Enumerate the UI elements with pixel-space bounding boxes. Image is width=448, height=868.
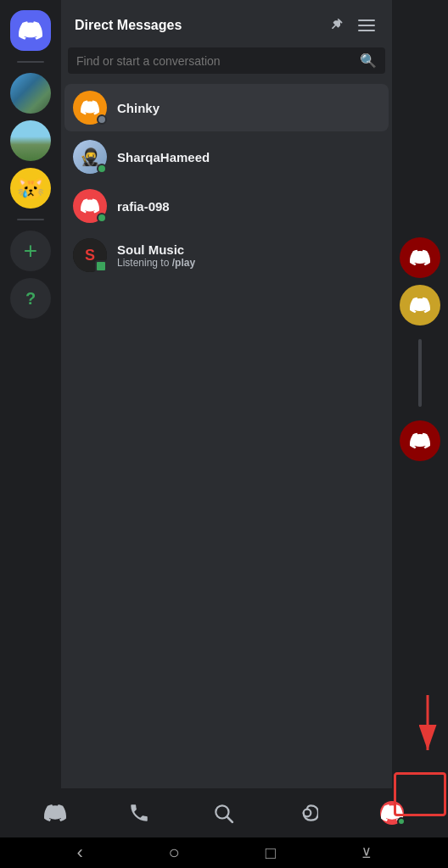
dm-avatar-wrapper-chinky xyxy=(73,91,107,125)
right-server-icon-2[interactable] xyxy=(400,285,440,326)
system-bar: ‹ ○ □ ⊻ xyxy=(0,837,448,868)
server-icon-emoji[interactable]: 😿 xyxy=(10,168,51,209)
right-server-icon-3[interactable] xyxy=(400,420,440,461)
nav-item-home[interactable] xyxy=(34,798,76,827)
dm-info-soul: Soul Music Listening to /play xyxy=(117,242,380,269)
dm-name-sharqa: SharqaHameed xyxy=(117,150,380,164)
nav-item-mentions[interactable] xyxy=(286,798,328,827)
status-dot-sharqa xyxy=(97,164,107,174)
search-icon: 🔍 xyxy=(360,53,377,69)
slash-cmd: /play xyxy=(172,257,195,269)
nav-avatar-wrapper xyxy=(380,801,404,825)
dm-sub-soul: Listening to /play xyxy=(117,257,380,269)
dm-avatar-wrapper-sharqa: 🥷 xyxy=(73,140,107,174)
dm-item-sharqa[interactable]: 🥷 SharqaHameed xyxy=(64,133,389,181)
add-server-button[interactable]: + xyxy=(10,231,51,271)
right-servers-panel xyxy=(392,0,448,788)
dm-header-icons xyxy=(324,14,378,37)
dm-panel-header: Direct Messages xyxy=(61,0,392,47)
menu-button[interactable]: ⊻ xyxy=(361,845,372,861)
discord-nav-icon xyxy=(44,802,66,824)
dm-item-rafia[interactable]: rafia-098 xyxy=(64,182,389,230)
server-sidebar: 😿 + ? xyxy=(0,0,61,788)
dm-panel-title: Direct Messages xyxy=(75,18,182,33)
nav-item-search[interactable] xyxy=(202,798,244,827)
right-server-icon-1[interactable] xyxy=(400,237,440,278)
back-button[interactable]: ‹ xyxy=(76,842,82,864)
hamburger-icon xyxy=(358,19,375,31)
nav-item-profile[interactable] xyxy=(370,798,414,828)
hamburger-menu-button[interactable] xyxy=(355,14,378,37)
dm-panel: Direct Messages 🔍 xyxy=(61,0,392,788)
help-button[interactable]: ? xyxy=(10,278,51,319)
sidebar-divider xyxy=(17,61,44,63)
dm-item-soul[interactable]: S 📱 Soul Music Listening to /play xyxy=(64,231,389,279)
server-icon-mountain[interactable] xyxy=(10,120,51,161)
home-server-icon[interactable] xyxy=(10,10,51,51)
dm-avatar-wrapper-rafia xyxy=(73,189,107,223)
dm-avatar-wrapper-soul: S 📱 xyxy=(73,238,107,272)
annotation-arrow xyxy=(411,695,445,766)
sidebar-divider-2 xyxy=(17,219,44,220)
dm-name-chinky: Chinky xyxy=(117,101,380,115)
nav-items xyxy=(0,788,448,837)
pin-icon[interactable] xyxy=(324,14,348,37)
status-dot-soul xyxy=(95,260,107,272)
svg-line-3 xyxy=(227,817,232,822)
status-dot-rafia xyxy=(97,213,107,223)
friends-nav-icon xyxy=(128,802,150,824)
dm-info-rafia: rafia-098 xyxy=(117,199,380,214)
dm-info-sharqa: SharqaHameed xyxy=(117,150,380,164)
dm-name-soul: Soul Music xyxy=(117,242,380,257)
home-button[interactable]: ○ xyxy=(169,842,180,864)
search-bar[interactable]: 🔍 xyxy=(68,47,385,74)
mentions-nav-icon xyxy=(296,802,318,824)
recent-button[interactable]: □ xyxy=(266,843,276,863)
search-input[interactable] xyxy=(76,54,353,68)
nav-status-dot xyxy=(397,817,406,826)
search-nav-icon xyxy=(212,802,234,824)
dm-item-chinky[interactable]: Chinky xyxy=(64,84,389,131)
dm-name-rafia: rafia-098 xyxy=(117,199,380,214)
nav-item-friends[interactable] xyxy=(118,798,160,827)
bottom-nav: ‹ ○ □ ⊻ xyxy=(0,788,448,868)
dm-info-chinky: Chinky xyxy=(117,101,380,115)
status-dot-chinky xyxy=(97,114,107,125)
dm-list: Chinky 🥷 SharqaHameed xyxy=(61,84,392,788)
server-icon-landscape[interactable] xyxy=(10,73,51,114)
scrollbar[interactable] xyxy=(418,339,422,407)
